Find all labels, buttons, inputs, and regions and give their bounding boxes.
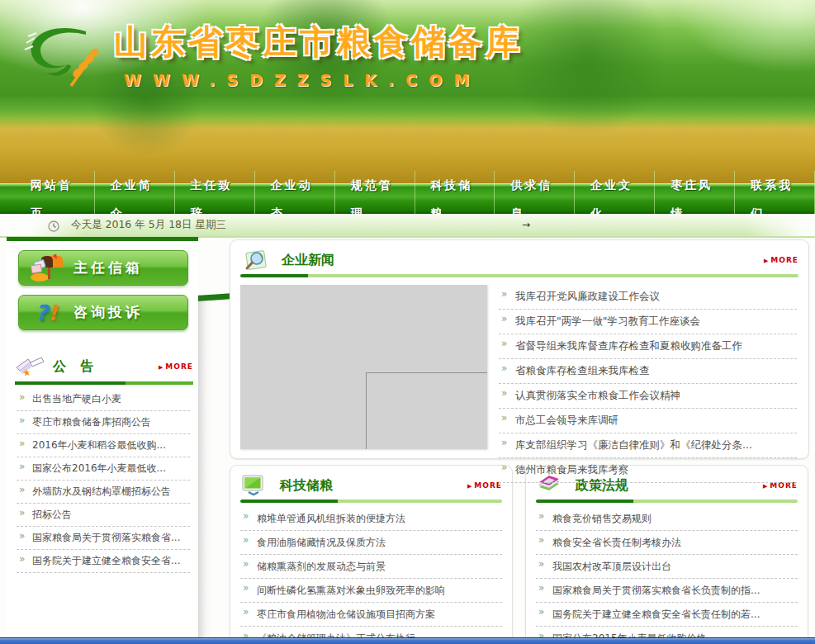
policy-section: 政策法规 ▶MORE » 粮食竞价销售交易规则 » 粮食安全省长责任制考核 (525, 465, 808, 644)
announcement-item[interactable]: » 枣庄市粮食储备库招商公告 (17, 411, 190, 434)
magnifier-news-icon (240, 249, 268, 272)
more-arrow-icon: ▶ (764, 258, 769, 264)
tech-item[interactable]: » 储粮熏蒸剂的发展动态与前景 (240, 555, 502, 579)
announcement-item[interactable]: » 招标公告 (17, 504, 190, 527)
announcement-link[interactable]: 外墙防水及钢结构罩棚招标公告 (32, 485, 171, 497)
sidebar-top-bar (7, 237, 198, 241)
news-link[interactable]: 市总工会领导来库调研 (515, 414, 618, 426)
announcements-header: 公 告 ▶MORE (15, 353, 193, 380)
consult-complaint-button[interactable]: ?! 咨询投诉 (18, 295, 188, 330)
policy-link[interactable]: 国家粮食局关于贯彻落实粮食省长负责制的指... (552, 585, 760, 596)
arrow-bullet-icon: » (538, 510, 544, 522)
tech-item[interactable]: » 间断性磷化氢熏蒸对米象虫卵致死率的影响 (240, 579, 502, 603)
policy-link[interactable]: 粮食竞价销售交易规则 (552, 513, 652, 524)
announcement-link[interactable]: 国务院关于建立健全粮食安全省... (32, 555, 180, 566)
arrow-bullet-icon: » (243, 582, 249, 594)
site-url: WWW.SDZZSLK.COM (124, 71, 481, 89)
section-underline (240, 274, 798, 277)
arrow-bullet-icon: » (501, 362, 507, 374)
announcement-link[interactable]: 出售当地产硬白小麦 (32, 393, 121, 405)
announcement-item[interactable]: » 出售当地产硬白小麦 (17, 388, 190, 411)
main-nav: 网站首页 企业简介 主任致辞 企业动态 规范管理 科技储粮 供求信息 企业文化 … (0, 183, 815, 214)
arrow-bullet-icon: » (243, 606, 249, 618)
arrow-bullet-icon: » (501, 288, 507, 300)
news-item[interactable]: » 市总工会领导来库调研 (499, 409, 797, 433)
news-link[interactable]: 省督导组来我库督查库存检查和夏粮收购准备工作 (515, 339, 742, 352)
sidebar: 主任信箱 ?! 咨询投诉 公 告 ▶MORE » 出售当地产 (7, 237, 198, 644)
more-arrow-icon: ▶ (159, 364, 163, 371)
date-text: 今天是 2016 年 5月 18日 星期三 (71, 218, 226, 232)
arrow-bullet-icon: » (243, 558, 249, 570)
news-item[interactable]: » 省督导组来我库督查库存检查和夏粮收购准备工作 (499, 334, 797, 359)
news-link[interactable]: 我库召开党风廉政建设工作会议 (515, 290, 660, 302)
policy-item[interactable]: » 我国农村改革顶层设计出台 (536, 555, 798, 579)
news-item[interactable]: » 库支部组织学习《廉洁自律准则》和《纪律处分条... (499, 433, 797, 458)
announcements-more-link[interactable]: ▶MORE (159, 362, 193, 371)
arrow-bullet-icon: » (19, 414, 25, 426)
tech-list: » 粮堆单管通风机组拆装的便捷方法 » 食用油脂储藏情况及保质方法 » 储粮熏蒸… (240, 507, 502, 644)
news-link[interactable]: 库支部组织学习《廉洁自律准则》和《纪律处分条... (515, 438, 752, 451)
news-link[interactable]: 省粮食库存检查组来我库检查 (515, 364, 650, 376)
section-title: 公 告 (53, 358, 99, 376)
open-book-icon (15, 356, 46, 377)
announcement-link[interactable]: 2016年小麦和稻谷最低收购... (32, 439, 166, 451)
page: 山东省枣庄市粮食储备库 WWW.SDZZSLK.COM 网站首页 企业简介 主任… (0, 0, 815, 644)
policy-list: » 粮食竞价销售交易规则 » 粮食安全省长责任制考核办法 » 我国农村改革顶层设… (536, 507, 798, 644)
more-arrow-icon: ▶ (763, 483, 768, 490)
policy-item[interactable]: » 国家粮食局关于贯彻落实粮食省长负责制的指... (536, 579, 798, 603)
wheat-swirl-logo-icon (21, 21, 119, 91)
news-item[interactable]: » 省粮食库存检查组来我库检查 (499, 359, 797, 384)
arrow-bullet-icon: » (538, 582, 544, 594)
news-item[interactable]: » 认真贯彻落实全市粮食工作会议精神 (499, 384, 797, 409)
announcement-item[interactable]: » 国家公布2016年小麦最低收... (17, 457, 190, 481)
news-item[interactable]: » 我库召开"两学一做"学习教育工作座谈会 (499, 310, 797, 334)
announcement-item[interactable]: » 国家粮食局关于贯彻落实粮食省... (17, 527, 190, 550)
policy-item[interactable]: » 粮食竞价销售交易规则 (536, 507, 798, 531)
announcement-link[interactable]: 国家公布2016年小麦最低收... (32, 462, 166, 474)
news-item[interactable]: » 我库召开党风廉政建设工作会议 (499, 285, 797, 310)
tech-more-link[interactable]: ▶MORE (467, 481, 502, 490)
announcement-item[interactable]: » 外墙防水及钢结构罩棚招标公告 (17, 481, 190, 504)
tech-link[interactable]: 粮堆单管通风机组拆装的便捷方法 (257, 513, 405, 524)
tech-item[interactable]: » 枣庄市食用植物油仓储设施项目招商方案 (240, 603, 502, 627)
announcement-item[interactable]: » 国务院关于建立健全粮食安全省... (17, 550, 190, 573)
news-link[interactable]: 认真贯彻落实全市粮食工作会议精神 (515, 389, 680, 401)
arrow-bullet-icon: » (538, 558, 544, 570)
tech-section: 科技储粮 ▶MORE » 粮堆单管通风机组拆装的便捷方法 » 食用油脂储藏 (230, 465, 513, 644)
question-exclaim-icon: ?! (19, 301, 73, 325)
policy-item[interactable]: » 国务院关于建立健全粮食安全省长责任制的若... (536, 603, 798, 627)
section-title: 科技储粮 (280, 477, 333, 495)
arrow-bullet-icon: » (19, 438, 25, 449)
tech-item[interactable]: » 粮堆单管通风机组拆装的便捷方法 (240, 507, 502, 531)
bottom-blue-strip (0, 637, 815, 644)
tech-link[interactable]: 食用油脂储藏情况及保质方法 (257, 537, 386, 548)
tech-link[interactable]: 枣庄市食用植物油仓储设施项目招商方案 (257, 608, 435, 620)
policy-link[interactable]: 国务院关于建立健全粮食安全省长责任制的若... (552, 608, 760, 620)
news-list: » 我库召开党风廉政建设工作会议 » 我库召开"两学一做"学习教育工作座谈会 »… (499, 285, 797, 483)
news-link[interactable]: 德州市粮食局来我库考察 (515, 463, 629, 476)
arrow-bullet-icon: » (501, 387, 507, 399)
monitor-icon (240, 474, 267, 497)
more-arrow-icon: ▶ (467, 483, 472, 490)
news-more-link[interactable]: ▶MORE (764, 256, 798, 264)
tech-link[interactable]: 储粮熏蒸剂的发展动态与前景 (257, 561, 386, 572)
section-underline (536, 500, 798, 503)
arrow-bullet-icon: » (538, 606, 544, 618)
news-link[interactable]: 我库召开"两学一做"学习教育工作座谈会 (515, 315, 700, 327)
announcement-item[interactable]: » 2016年小麦和稻谷最低收购... (17, 434, 190, 457)
policy-item[interactable]: » 粮食安全省长责任制考核办法 (536, 531, 798, 555)
arrow-bullet-icon: » (19, 507, 25, 519)
announcement-link[interactable]: 国家粮食局关于贯彻落实粮食省... (32, 532, 180, 543)
news-item[interactable]: » 德州市粮食局来我库考察 (499, 458, 797, 483)
tech-link[interactable]: 间断性磷化氢熏蒸对米象虫卵致死率的影响 (257, 585, 445, 596)
site-logo (21, 21, 119, 91)
policy-link[interactable]: 我国农村改革顶层设计出台 (552, 561, 671, 572)
tech-item[interactable]: » 食用油脂储藏情况及保质方法 (240, 531, 502, 555)
announcement-link[interactable]: 招标公告 (32, 509, 72, 520)
section-title: 企业新闻 (282, 252, 334, 269)
arrow-bullet-icon: » (19, 553, 25, 565)
announcement-link[interactable]: 枣庄市粮食储备库招商公告 (32, 416, 151, 428)
date-bar: 今天是 2016 年 5月 18日 星期三 → (0, 214, 815, 236)
policy-link[interactable]: 粮食安全省长责任制考核办法 (552, 537, 681, 548)
director-mailbox-button[interactable]: 主任信箱 (18, 250, 188, 286)
